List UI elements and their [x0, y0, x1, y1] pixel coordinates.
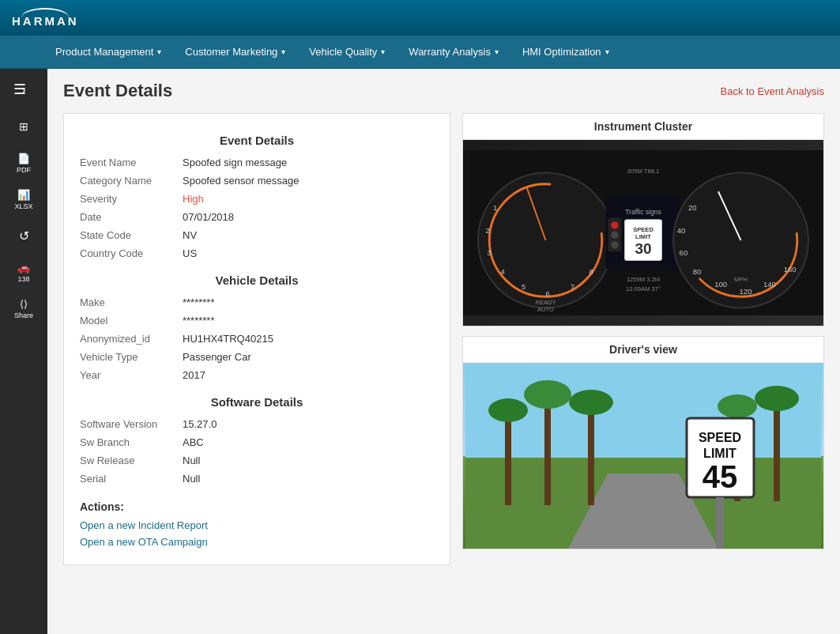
scene-svg: SPEED LIMIT 45 — [463, 363, 823, 549]
hamburger-menu[interactable]: ☰ — [8, 73, 32, 106]
nav-hmi-optimization[interactable]: HMI Optimization ▾ — [510, 36, 621, 69]
detail-row: Sw Release Null — [80, 455, 434, 466]
svg-text:20: 20 — [688, 203, 697, 212]
grid-icon: ⊞ — [19, 120, 28, 133]
sidebar-vehicle[interactable]: 🚗 138 — [4, 255, 43, 289]
make-label: Make — [80, 296, 183, 308]
svg-text:Traffic signs: Traffic signs — [625, 208, 661, 216]
xlsx-icon: 📊 — [17, 189, 30, 201]
svg-text:1: 1 — [493, 203, 497, 212]
year-label: Year — [80, 369, 183, 381]
svg-text:80: 80 — [693, 267, 702, 276]
severity-value: High — [183, 193, 204, 205]
sidebar-xlsx[interactable]: 📊 XLSX — [4, 182, 43, 217]
detail-row: Country Code US — [80, 247, 434, 259]
sidebar-refresh[interactable]: ↺ — [4, 218, 43, 253]
nav-warranty-analysis[interactable]: Warranty Analysis ▾ — [397, 36, 510, 69]
svg-text:SPEED: SPEED — [633, 226, 654, 233]
detail-row: Software Version 15.27.0 — [80, 418, 434, 430]
category-name-label: Category Name — [80, 175, 183, 187]
ota-campaign-link[interactable]: Open a new OTA Campaign — [80, 536, 434, 548]
svg-rect-42 — [505, 410, 511, 505]
serial-value: Null — [183, 473, 200, 485]
make-value: ******** — [183, 296, 214, 308]
back-link[interactable]: Back to Event Analysis — [720, 85, 824, 97]
sidebar-pdf[interactable]: 📄 PDF — [4, 145, 43, 180]
main-layout: › ⊞ 📄 PDF 📊 XLSX ↺ 🚗 138 ⟨⟩ Share Event … — [0, 69, 840, 634]
event-name-label: Event Name — [80, 157, 183, 168]
detail-row: Make ******** — [80, 296, 434, 308]
detail-row: State Code NV — [80, 229, 434, 241]
detail-row: Anonymized_id HU1HX4TRQ40215 — [80, 333, 434, 345]
vehicle-type-value: Passenger Car — [183, 351, 251, 363]
vehicle-count: 138 — [17, 275, 29, 283]
chevron-down-icon: ▾ — [157, 47, 161, 56]
actions-section: Actions: Open a new Incident Report Open… — [80, 500, 434, 548]
logo-text: HARMAN — [12, 14, 79, 28]
detail-row: Year 2017 — [80, 369, 434, 381]
svg-text:60: 60 — [680, 248, 688, 257]
serial-label: Serial — [80, 473, 183, 485]
svg-rect-44 — [544, 394, 551, 505]
svg-text:120: 120 — [740, 287, 752, 296]
svg-text:12:09AM  37°: 12:09AM 37° — [626, 285, 661, 292]
incident-report-link[interactable]: Open a new Incident Report — [80, 519, 434, 531]
svg-point-43 — [488, 398, 528, 422]
detail-row: Event Name Spoofed sign message — [80, 157, 434, 168]
two-col-layout: Event Details Event Name Spoofed sign me… — [63, 113, 824, 565]
top-header: HARMAN — [0, 0, 840, 36]
anonymized-id-label: Anonymized_id — [80, 333, 183, 345]
svg-point-20 — [611, 232, 619, 240]
sidebar: › ⊞ 📄 PDF 📊 XLSX ↺ 🚗 138 ⟨⟩ Share — [0, 69, 47, 634]
cluster-svg: 1 2 3 4 5 6 7 8 — [463, 140, 823, 326]
sidebar-grid[interactable]: ⊞ — [4, 109, 43, 144]
svg-point-47 — [569, 390, 613, 415]
svg-text:160: 160 — [784, 265, 797, 274]
detail-row: Date 07/01/2018 — [80, 211, 434, 223]
detail-row: Model ******** — [80, 315, 434, 326]
year-value: 2017 — [183, 369, 205, 381]
svg-point-49 — [718, 394, 757, 418]
drivers-view-title: Driver's view — [463, 337, 823, 363]
state-code-value: NV — [183, 229, 197, 241]
instrument-cluster-card: Instrument Cluster 1 2 3 4 — [462, 113, 824, 326]
state-code-label: State Code — [80, 229, 183, 241]
svg-point-51 — [755, 386, 799, 411]
svg-text:5: 5 — [522, 282, 525, 291]
detail-row: Sw Branch ABC — [80, 436, 434, 448]
svg-point-45 — [524, 380, 571, 409]
page-title: Event Details — [63, 81, 172, 101]
drivers-view-card: Driver's view — [462, 336, 824, 549]
svg-text:6: 6 — [546, 289, 550, 298]
share-label: Share — [14, 311, 33, 319]
drivers-view-image: SPEED LIMIT 45 — [463, 363, 823, 549]
svg-text:4: 4 — [501, 267, 505, 276]
sidebar-share[interactable]: ⟨⟩ Share — [4, 291, 43, 326]
sw-branch-label: Sw Branch — [80, 436, 183, 448]
svg-text:SPEED: SPEED — [699, 431, 741, 444]
svg-text:2: 2 — [486, 226, 490, 235]
nav-customer-marketing[interactable]: Customer Marketing ▾ — [173, 36, 297, 69]
country-code-label: Country Code — [80, 247, 183, 259]
svg-text:LIMIT: LIMIT — [703, 447, 736, 460]
svg-text:140: 140 — [763, 280, 776, 289]
svg-text:MPH: MPH — [734, 276, 748, 283]
svg-text:1259M  3.2M: 1259M 3.2M — [627, 276, 660, 283]
sw-release-value: Null — [183, 455, 200, 466]
chevron-down-icon: ▾ — [495, 47, 499, 56]
nav-vehicle-quality[interactable]: Vehicle Quality ▾ — [297, 36, 397, 69]
svg-text:30: 30 — [635, 240, 651, 257]
content-area: Event Details Back to Event Analysis Eve… — [47, 69, 840, 634]
svg-point-19 — [611, 221, 619, 229]
share-icon: ⟨⟩ — [20, 298, 28, 310]
svg-point-21 — [611, 241, 619, 249]
vehicle-type-label: Vehicle Type — [80, 351, 183, 363]
event-details-title: Event Details — [80, 134, 434, 147]
svg-text:LIMIT: LIMIT — [635, 233, 651, 240]
vehicle-icon: 🚗 — [17, 262, 30, 274]
svg-text:3: 3 — [487, 248, 491, 257]
nav-product-management[interactable]: Product Management ▾ — [43, 36, 173, 69]
svg-text:45: 45 — [703, 459, 738, 494]
anonymized-id-value: HU1HX4TRQ40215 — [183, 333, 273, 345]
svg-text:AUTO: AUTO — [537, 306, 554, 313]
